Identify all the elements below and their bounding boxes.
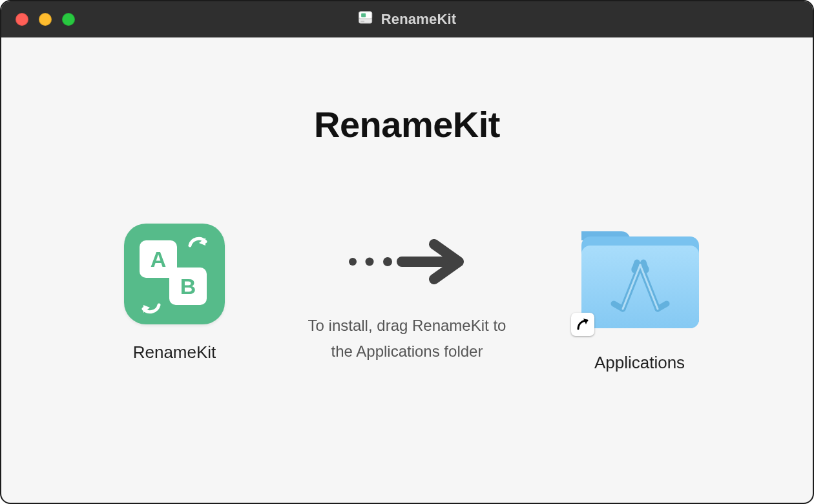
instruction-column: To install, drag RenameKit to the Applic… <box>291 224 523 364</box>
swap-arrow-icon <box>186 236 212 265</box>
app-icon-tile-b: B <box>169 268 207 305</box>
svg-rect-10 <box>581 246 699 328</box>
traffic-lights <box>16 13 75 26</box>
svg-rect-2 <box>361 14 366 17</box>
destination-column: Applications <box>523 224 756 373</box>
app-column: A B RenameKit <box>58 224 291 362</box>
swap-arrow-icon <box>137 286 163 314</box>
minimize-button[interactable] <box>39 13 52 26</box>
content-area: RenameKit A B <box>1 37 813 503</box>
install-row: A B RenameKit <box>1 224 813 373</box>
page-title: RenameKit <box>1 103 813 145</box>
title-center: RenameKit <box>358 10 457 29</box>
zoom-button[interactable] <box>62 13 75 26</box>
svg-point-5 <box>366 258 374 266</box>
app-icon[interactable]: A B <box>124 224 225 324</box>
close-button[interactable] <box>16 13 28 26</box>
svg-rect-3 <box>360 21 364 22</box>
window-title: RenameKit <box>381 11 457 28</box>
app-icon-label: RenameKit <box>133 342 216 362</box>
svg-point-6 <box>383 257 392 266</box>
dmg-window: RenameKit RenameKit A B <box>0 0 814 504</box>
applications-folder[interactable] <box>575 224 704 335</box>
svg-point-4 <box>349 258 357 266</box>
disk-icon <box>358 10 373 29</box>
folder-icon <box>575 224 704 335</box>
titlebar: RenameKit <box>1 1 813 37</box>
destination-label: Applications <box>594 353 685 373</box>
alias-badge-icon <box>571 313 594 336</box>
drag-arrow-icon <box>342 239 472 287</box>
install-instruction: To install, drag RenameKit to the Applic… <box>304 313 510 364</box>
